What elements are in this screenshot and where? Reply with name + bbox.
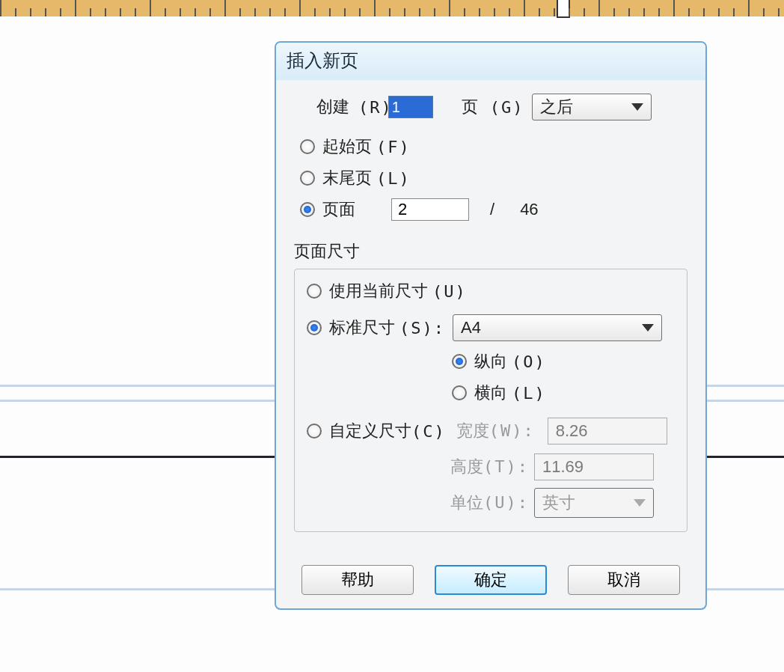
width-input: [548, 418, 667, 445]
page-size-legend: 页面尺寸: [294, 240, 687, 263]
radio-custom-size[interactable]: 自定义尺寸(C): [307, 420, 446, 442]
unit-select: 英寸: [534, 488, 654, 518]
radio-first-page[interactable]: 起始页 (F): [300, 135, 411, 158]
page-total: 46: [520, 200, 538, 219]
pages-label: 页: [462, 96, 478, 118]
radio-last-key: (L): [376, 169, 411, 188]
radio-last-page-label: 末尾页: [322, 167, 372, 189]
landscape-key: (L): [512, 384, 546, 403]
page-size-group: 使用当前尺寸 (U) 标准尺寸 (S): A4: [294, 269, 687, 532]
radio-landscape[interactable]: 横向 (L): [452, 382, 546, 404]
use-current-label: 使用当前尺寸: [329, 280, 428, 302]
create-label: 创建: [316, 96, 349, 118]
chevron-down-icon: [642, 324, 654, 332]
standard-size-value: A4: [461, 318, 481, 337]
height-key: (T):: [483, 457, 529, 476]
unit-key: (U):: [483, 493, 529, 512]
radio-last-page[interactable]: 末尾页 (L): [300, 167, 411, 189]
height-input: [534, 453, 654, 480]
position-select[interactable]: 之后: [532, 94, 652, 120]
cancel-button[interactable]: 取消: [568, 565, 680, 595]
insert-new-page-dialog: 插入新页 创建(R) 页(G) 之后 起始页 (F) 末尾页: [275, 41, 707, 610]
portrait-key: (O): [512, 352, 546, 371]
radio-use-current-size[interactable]: 使用当前尺寸 (U): [307, 280, 467, 302]
radio-standard-size[interactable]: 标准尺寸 (S):: [307, 317, 445, 339]
landscape-label: 横向: [474, 382, 507, 404]
standard-label: 标准尺寸: [329, 317, 395, 339]
create-count-input[interactable]: [388, 96, 433, 118]
page-sep: /: [490, 200, 494, 219]
page-number-input[interactable]: [391, 198, 469, 221]
radio-page[interactable]: 页面: [300, 198, 355, 221]
width-key: (W):: [489, 421, 535, 440]
pages-key: (G): [490, 98, 524, 117]
chevron-down-icon: [634, 499, 646, 507]
radio-first-key: (F): [376, 138, 411, 156]
chevron-down-icon: [631, 103, 643, 111]
unit-value: 英寸: [542, 492, 575, 514]
standard-key: (S):: [399, 319, 445, 337]
radio-portrait[interactable]: 纵向 (O): [452, 350, 546, 373]
standard-size-select[interactable]: A4: [453, 314, 662, 341]
horizontal-ruler: [0, 0, 784, 16]
ok-button[interactable]: 确定: [435, 565, 547, 595]
dialog-title: 插入新页: [276, 43, 705, 80]
height-label: 高度: [450, 457, 483, 476]
help-button[interactable]: 帮助: [301, 565, 414, 595]
unit-label: 单位: [450, 493, 483, 512]
radio-page-label: 页面: [322, 198, 355, 221]
use-current-key: (U): [432, 282, 467, 301]
custom-label: 自定义尺寸: [329, 420, 411, 442]
portrait-label: 纵向: [474, 350, 507, 373]
position-value: 之后: [540, 96, 573, 118]
radio-first-page-label: 起始页: [322, 135, 372, 158]
custom-key: (C): [411, 422, 446, 441]
width-label: 宽度: [456, 421, 489, 440]
